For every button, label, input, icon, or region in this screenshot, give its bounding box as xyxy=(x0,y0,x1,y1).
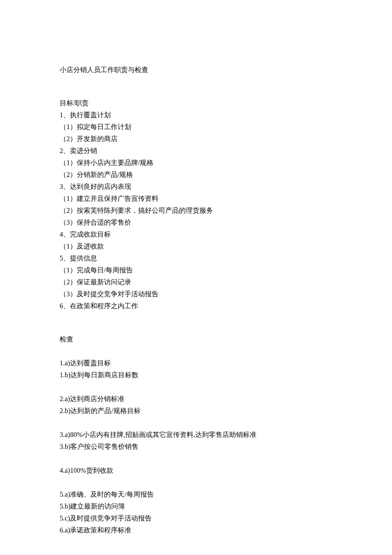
section2-item: 1.b)达到每日新商店目标数 xyxy=(60,369,332,381)
section1-item: 6、在政策和程序之内工作 xyxy=(60,300,332,312)
section1-item: 5、提供信息 xyxy=(60,252,332,264)
section2-groups: 1.a)达到覆盖目标1.b)达到每日新商店目标数2.a)达到商店分销标准2.b)… xyxy=(60,357,332,536)
section2-item: 4.a)100%货到收款 xyxy=(60,465,332,477)
section2-header: 检查 xyxy=(60,333,332,345)
section1-item: （2）保证最新访问记录 xyxy=(60,276,332,288)
group-spacer xyxy=(60,417,332,429)
section2-item: 5.b)建立最新的访问簿 xyxy=(60,500,332,512)
document-title: 小店分销人员工作职责与检查 xyxy=(60,64,332,76)
section1-item: （2）分销新的产品/规格 xyxy=(60,169,332,181)
section1-header: 目标/职责 xyxy=(60,97,332,109)
section2-item: 2.b)达到新的产品/规格目标 xyxy=(60,405,332,417)
section1-item: （2）开发新的商店 xyxy=(60,133,332,145)
section2-item: 5.a)准确、及时的每天/每周报告 xyxy=(60,489,332,500)
section2-item: 3.b)客户按公司零售价销售 xyxy=(60,441,332,453)
section1-item: 3、达到良好的店内表现 xyxy=(60,181,332,193)
section2-item: 6.a)承诺政策和程序标准 xyxy=(60,524,332,536)
section1-item: 2、卖进分销 xyxy=(60,145,332,157)
section1-item: （1）及进收款 xyxy=(60,240,332,252)
section1-items: 1、执行覆盖计划（1）拟定每日工作计划（2）开发新的商店2、卖进分销（1）保持小… xyxy=(60,109,332,312)
section2-item: 1.a)达到覆盖目标 xyxy=(60,357,332,369)
section1-item: 4、完成收款目标 xyxy=(60,228,332,240)
group-spacer xyxy=(60,453,332,465)
section1-item: （1）完成每日/每周报告 xyxy=(60,264,332,276)
section1-item: （3）及时提交竞争对手活动报告 xyxy=(60,288,332,300)
section1-item: 1、执行覆盖计划 xyxy=(60,109,332,121)
group-spacer xyxy=(60,477,332,489)
section1-item: （1）建立并且保持广告宣传资料 xyxy=(60,193,332,205)
group-spacer xyxy=(60,381,332,393)
section2-item: 2.a)达到商店分销标准 xyxy=(60,393,332,405)
section1-item: （3）保持合适的零售价 xyxy=(60,217,332,228)
section2-item: 5.c)及时提供竞争对手活动报告 xyxy=(60,512,332,524)
section1-item: （2）按索芙特陈列要求，搞好公司产品的理货服务 xyxy=(60,205,332,217)
section1-item: （1）拟定每日工作计划 xyxy=(60,121,332,133)
section2-item: 3.a)80%小店内有挂牌,招贴画或其它宣传资料,达到零售店助销标准 xyxy=(60,429,332,441)
section1-item: （1）保持小店内主要品牌/规格 xyxy=(60,157,332,169)
